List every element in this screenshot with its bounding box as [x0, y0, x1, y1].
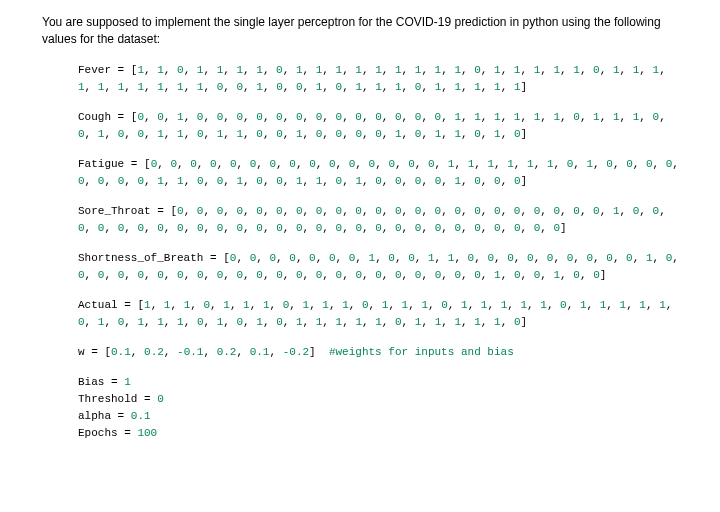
intro-text: You are supposed to implement the single… [42, 14, 684, 48]
cough-line: Cough = [0, 0, 1, 0, 0, 0, 0, 0, 0, 0, 0… [78, 109, 684, 143]
weights-line: w = [0.1, 0.2, -0.1, 0.2, 0.1, -0.2] #we… [78, 344, 684, 361]
code-section: Fever = [1, 1, 0, 1, 1, 1, 1, 0, 1, 1, 1… [42, 62, 684, 443]
actual-line: Actual = [1, 1, 1, 0, 1, 1, 1, 0, 1, 1, … [78, 297, 684, 331]
sore-throat-line: Sore_Throat = [0, 0, 0, 0, 0, 0, 0, 0, 0… [78, 203, 684, 237]
fatigue-line: Fatigue = [0, 0, 0, 0, 0, 0, 0, 0, 0, 0,… [78, 156, 684, 190]
shortness-line: Shortness_of_Breath = [0, 0, 0, 0, 0, 0,… [78, 250, 684, 284]
fever-line: Fever = [1, 1, 0, 1, 1, 1, 1, 0, 1, 1, 1… [78, 62, 684, 96]
params-block: Bias = 1 Threshold = 0 alpha = 0.1 Epoch… [78, 374, 684, 442]
